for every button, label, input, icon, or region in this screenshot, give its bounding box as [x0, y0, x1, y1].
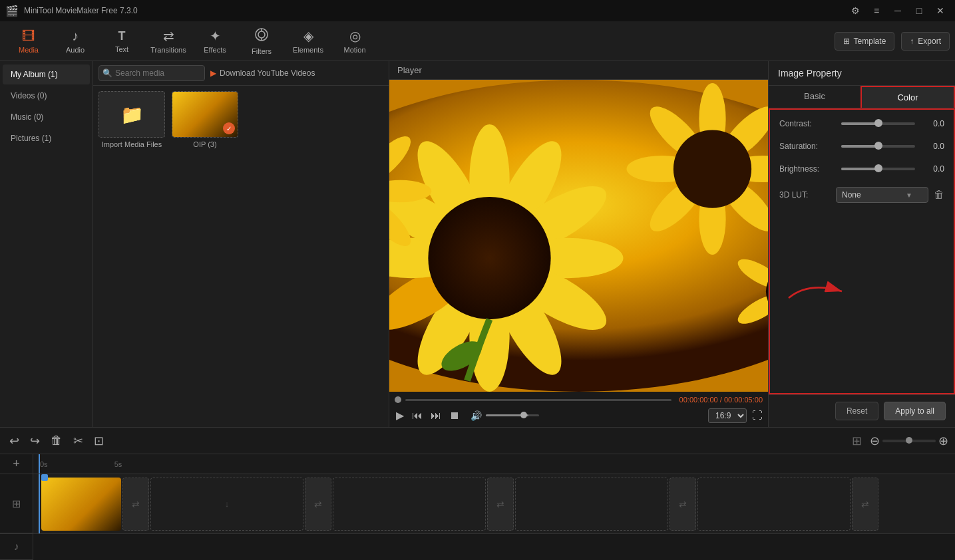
search-icon: 🔍	[102, 69, 112, 78]
transition-block-3[interactable]: ⇄	[487, 478, 514, 531]
play-button[interactable]: ▶	[395, 408, 405, 423]
toolbar-item-text[interactable]: T Text	[98, 23, 145, 59]
empty-slot-icon: ↓	[225, 499, 230, 509]
toolbar-item-motion[interactable]: ◎ Motion	[331, 23, 378, 59]
template-label: Template	[854, 37, 886, 46]
properties-header: Image Property	[769, 61, 955, 86]
oip-thumb[interactable]: ✓	[172, 91, 238, 138]
zoom-in-button[interactable]: ⊕	[938, 434, 948, 448]
sidebar-item-music[interactable]: Music (0)	[3, 107, 90, 127]
video-frame	[389, 80, 768, 392]
sidebar-item-album[interactable]: My Album (1)	[3, 65, 90, 84]
svg-point-1	[258, 31, 265, 38]
ratio-select[interactable]: 16:9 4:3 9:16 1:1	[708, 408, 747, 423]
toolbar-item-audio[interactable]: ♪ Audio	[52, 23, 98, 59]
empty-clip-slot-4[interactable]	[697, 478, 851, 531]
saturation-row: Saturation: 0.0	[779, 142, 944, 151]
settings-button[interactable]: ⚙	[846, 3, 864, 18]
clip-thumbnail	[41, 478, 121, 531]
crop-button[interactable]: ⊡	[91, 431, 106, 451]
import-thumb[interactable]: 📁	[98, 91, 165, 138]
tab-color-label: Color	[897, 92, 918, 102]
music-track-icon-area: ♪	[0, 533, 33, 560]
contrast-slider[interactable]	[841, 122, 915, 125]
toolbar-item-filters[interactable]: Filters	[238, 23, 285, 59]
prev-frame-button[interactable]: ⏮	[411, 408, 424, 423]
template-button[interactable]: ⊞ Template	[835, 32, 895, 51]
stop-button[interactable]: ⏹	[448, 408, 461, 423]
import-label: Import Media Files	[102, 140, 162, 148]
progress-bar[interactable]: 00:00:00:00 / 00:00:05:00	[395, 396, 763, 404]
color-panel: Contrast: 0.0 Saturation: 0.0 Brightness…	[769, 108, 955, 394]
elements-icon: ◈	[303, 28, 313, 44]
search-input[interactable]	[98, 65, 205, 81]
list-item[interactable]: ✓ OIP (3)	[172, 91, 238, 148]
titlebar-controls: ⚙ ≡ ─ □ ✕	[846, 3, 950, 18]
minimize-button[interactable]: ─	[888, 3, 907, 18]
zoom-out-button[interactable]: ⊖	[870, 434, 880, 448]
playhead-cursor	[39, 474, 40, 533]
export-button[interactable]: ↑ Export	[901, 32, 950, 51]
transitions-icon: ⇄	[163, 28, 174, 44]
video-clip[interactable]	[41, 478, 121, 531]
brightness-slider[interactable]	[841, 168, 915, 170]
delete-button[interactable]: 🗑	[48, 431, 65, 450]
progress-dot	[395, 396, 401, 403]
lut-select[interactable]: None Cinematic Warm Cool Vintage	[836, 187, 928, 203]
empty-clip-slot-2[interactable]	[333, 478, 486, 531]
brightness-value: 0.0	[920, 164, 944, 174]
volume-icon[interactable]: 🔊	[469, 409, 483, 422]
transition-block-5[interactable]: ⇄	[852, 478, 878, 531]
timeline-add-track-area: +	[0, 454, 33, 474]
progress-track[interactable]	[405, 399, 671, 401]
empty-clip-slot-3[interactable]	[515, 478, 668, 531]
apply-all-button[interactable]: Apply to all	[884, 402, 946, 420]
add-track-button[interactable]: +	[13, 457, 20, 471]
transition-block-2[interactable]: ⇄	[305, 478, 331, 531]
maximize-button[interactable]: □	[910, 3, 928, 18]
export-label: Export	[918, 37, 941, 46]
saturation-slider[interactable]	[841, 145, 915, 148]
media-label: Media	[19, 46, 39, 54]
volume-track[interactable]	[486, 414, 539, 416]
titlebar-left: 🎬 MiniTool MovieMaker Free 7.3.0	[5, 5, 138, 17]
timeline-toolbar: ↩ ↪ 🗑 ✂ ⊡ ⊞ ⊖ ⊕	[0, 428, 955, 454]
toolbar-item-effects[interactable]: ✦ Effects	[192, 23, 238, 59]
zoom-track[interactable]	[882, 440, 936, 442]
tab-color[interactable]: Color	[860, 86, 955, 108]
menu-button[interactable]: ≡	[867, 3, 886, 18]
titlebar: 🎬 MiniTool MovieMaker Free 7.3.0 ⚙ ≡ ─ □…	[0, 0, 955, 21]
toolbar-item-media[interactable]: 🎞 Media	[5, 23, 52, 59]
yt-icon: ▶	[210, 69, 216, 78]
sidebar-item-pictures[interactable]: Pictures (1)	[3, 128, 90, 148]
yt-download-button[interactable]: ▶ Download YouTube Videos	[210, 69, 315, 78]
player-title: Player	[397, 65, 422, 75]
contrast-row: Contrast: 0.0	[779, 119, 944, 128]
lut-delete-button[interactable]: 🗑	[934, 189, 944, 201]
close-button[interactable]: ✕	[931, 3, 950, 18]
export-icon: ↑	[910, 37, 914, 46]
cut-button[interactable]: ✂	[71, 431, 86, 451]
brightness-fill	[841, 168, 878, 170]
player-controls: 00:00:00:00 / 00:00:05:00 ▶ ⏮ ⏭ ⏹ 🔊 16:9…	[389, 392, 768, 427]
redo-button[interactable]: ↪	[27, 431, 43, 451]
list-item[interactable]: 📁 Import Media Files	[98, 91, 165, 148]
sidebar-item-videos[interactable]: Videos (0)	[3, 86, 90, 106]
volume-control[interactable]: 🔊	[469, 409, 539, 422]
toolbar-item-elements[interactable]: ◈ Elements	[285, 23, 331, 59]
reset-button[interactable]: Reset	[835, 402, 878, 420]
toolbar-item-transitions[interactable]: ⇄ Transitions	[145, 23, 192, 59]
video-track-icon-area: ⊞	[0, 474, 33, 533]
transition-block-4[interactable]: ⇄	[669, 478, 696, 531]
empty-clip-slot[interactable]: ↓	[150, 478, 303, 531]
fullscreen-button[interactable]: ⛶	[752, 410, 763, 422]
svg-point-36	[673, 130, 751, 208]
undo-button[interactable]: ↩	[7, 431, 22, 451]
volume-thumb	[520, 412, 527, 418]
transition-icon-5: ⇄	[861, 499, 869, 509]
media-check-badge: ✓	[223, 122, 235, 134]
transition-block[interactable]: ⇄	[122, 478, 149, 531]
tab-basic[interactable]: Basic	[769, 86, 860, 108]
main-area: My Album (1) Videos (0) Music (0) Pictur…	[0, 61, 955, 427]
next-frame-button[interactable]: ⏭	[429, 408, 443, 423]
